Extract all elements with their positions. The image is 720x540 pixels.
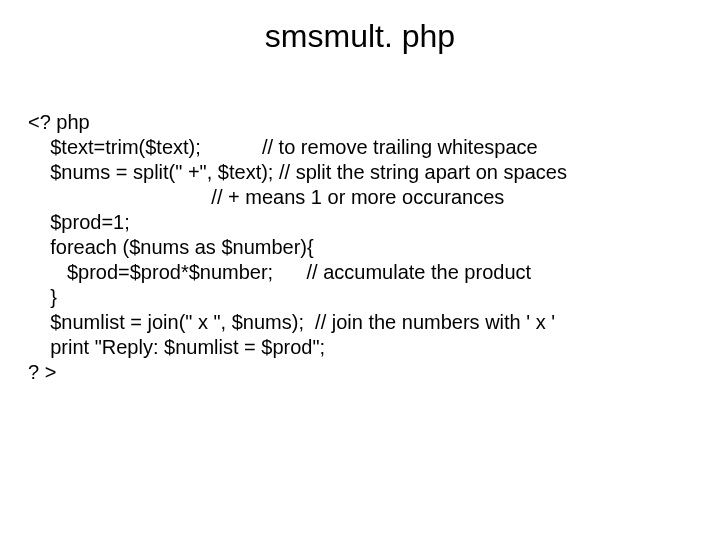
slide-title: smsmult. php xyxy=(0,0,720,85)
code-line: $text=trim($text); // to remove trailing… xyxy=(28,136,538,158)
code-line: ? > xyxy=(28,361,56,383)
code-line: foreach ($nums as $number){ xyxy=(28,236,314,258)
code-line: } xyxy=(28,286,57,308)
code-line: $prod=1; xyxy=(28,211,130,233)
code-line: $numlist = join(" x ", $nums); // join t… xyxy=(28,311,555,333)
code-line: $nums = split(" +", $text); // split the… xyxy=(28,161,567,183)
code-block: <? php $text=trim($text); // to remove t… xyxy=(0,85,720,410)
code-line: $prod=$prod*$number; // accumulate the p… xyxy=(28,261,531,283)
code-line: <? php xyxy=(28,111,90,133)
code-line: print "Reply: $numlist = $prod"; xyxy=(28,336,325,358)
slide: smsmult. php <? php $text=trim($text); /… xyxy=(0,0,720,540)
code-line: // + means 1 or more occurances xyxy=(28,186,504,208)
